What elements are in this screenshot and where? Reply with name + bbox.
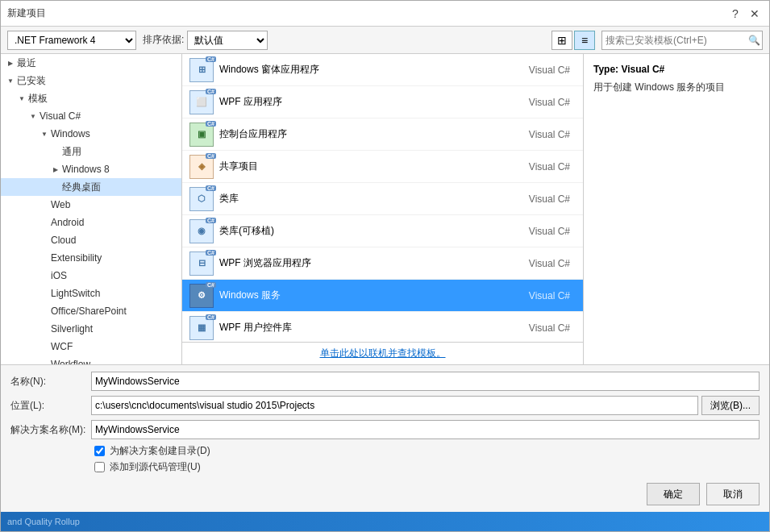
template-type-wpf_control: Visual C# xyxy=(529,322,570,334)
tree-item-tongyong[interactable]: 通用 xyxy=(1,143,181,160)
tree-item-lightswitch[interactable]: LightSwitch xyxy=(1,285,181,302)
tree-label-ios: iOS xyxy=(51,270,67,281)
template-item-wpf_browser[interactable]: ⊟ C# WPF 浏览器应用程序Visual C# xyxy=(182,247,583,280)
tree-item-wcf[interactable]: WCF xyxy=(1,338,181,355)
template-name-shared_project: 共享项目 xyxy=(219,160,529,173)
template-type-shared_project: Visual C# xyxy=(529,161,570,172)
template-icon-class_lib: ⬡ C# xyxy=(189,186,214,212)
template-item-class_lib_portable[interactable]: ◉ C# 类库(可移植)Visual C# xyxy=(182,215,583,247)
create-directory-checkbox[interactable] xyxy=(94,446,105,456)
tree-item-web[interactable]: Web xyxy=(1,196,181,214)
tree-item-installed[interactable]: ▼已安装 xyxy=(1,72,181,89)
background-strip: and Quality Rollup xyxy=(1,512,769,531)
name-row: 名称(N): xyxy=(10,372,760,391)
type-label: Type: Visual C# xyxy=(593,64,760,75)
tree-arrow-lightswitch xyxy=(38,287,51,300)
template-icon-class_lib_portable: ◉ C# xyxy=(189,218,214,244)
tree-arrow-silverlight xyxy=(38,322,51,335)
search-icon[interactable]: 🔍 xyxy=(746,31,762,49)
checkbox2-row: 添加到源代码管理(U) xyxy=(91,460,210,474)
search-box: 🔍 xyxy=(601,31,763,50)
tree-arrow-web xyxy=(38,198,51,211)
solution-row: 解决方案名称(M): xyxy=(10,420,760,439)
add-source-control-checkbox[interactable] xyxy=(94,462,105,472)
template-name-wpf_browser: WPF 浏览器应用程序 xyxy=(219,256,529,270)
tree-label-lightswitch: LightSwitch xyxy=(51,288,100,299)
template-type-console_app: Visual C# xyxy=(529,129,570,140)
tree-arrow-ios xyxy=(38,269,51,282)
tree-item-office_sharepoint[interactable]: Office/SharePoint xyxy=(1,302,181,320)
tree-item-windows8[interactable]: ▶Windows 8 xyxy=(1,160,181,178)
action-buttons: 确定 取消 xyxy=(10,483,760,505)
template-name-class_lib_portable: 类库(可移植) xyxy=(219,224,529,238)
dialog-title: 新建项目 xyxy=(7,6,46,20)
location-label: 位置(L): xyxy=(10,399,91,413)
tree-label-workflow: Workflow xyxy=(51,359,90,364)
template-item-class_lib[interactable]: ⬡ C# 类库Visual C# xyxy=(182,183,583,215)
search-input[interactable] xyxy=(602,31,746,49)
template-name-class_lib: 类库 xyxy=(219,192,529,206)
sort-label: 排序依据: xyxy=(143,33,184,47)
content-area: ▶最近▼已安装▼模板▼Visual C#▼Windows通用▶Windows 8… xyxy=(1,54,769,364)
template-name-windows_forms: Windows 窗体应用程序 xyxy=(219,63,529,77)
tree-label-windows8: Windows 8 xyxy=(62,164,110,175)
solution-input[interactable] xyxy=(91,420,760,439)
tree-item-cloud[interactable]: Cloud xyxy=(1,231,181,249)
template-name-console_app: 控制台应用程序 xyxy=(219,127,529,141)
template-type-class_lib: Visual C# xyxy=(529,193,570,205)
template-item-wpf_app[interactable]: ⬜ C# WPF 应用程序Visual C# xyxy=(182,86,583,118)
tree-arrow-android xyxy=(38,216,51,229)
title-bar: 新建项目 ? ✕ xyxy=(1,1,769,27)
ok-button[interactable]: 确定 xyxy=(647,483,700,505)
template-item-console_app[interactable]: ▣ C# 控制台应用程序Visual C# xyxy=(182,118,583,151)
help-button[interactable]: ? xyxy=(727,6,743,22)
tree-arrow-wcf xyxy=(38,340,51,353)
template-item-windows_service[interactable]: ⚙ C# Windows 服务Visual C# xyxy=(182,280,583,312)
framework-select[interactable]: .NET Framework 4 xyxy=(7,31,136,50)
title-bar-buttons: ? ✕ xyxy=(727,6,763,22)
checkbox2-label: 添加到源代码管理(U) xyxy=(110,460,201,474)
browse-button[interactable]: 浏览(B)... xyxy=(701,396,760,415)
checkbox1-label: 为解决方案创建目录(D) xyxy=(110,444,210,458)
location-field-group: 浏览(B)... xyxy=(91,396,760,415)
name-label: 名称(N): xyxy=(10,375,91,389)
description-text: 用于创建 Windows 服务的项目 xyxy=(593,80,760,94)
template-icon-shared_project: ◈ C# xyxy=(189,154,214,180)
tree-arrow-extensibility xyxy=(38,251,51,264)
template-icon-wpf_browser: ⊟ C# xyxy=(189,251,214,276)
tree-arrow-jingdian xyxy=(49,181,62,193)
tree-label-cloud: Cloud xyxy=(51,235,76,246)
tree-item-jingdian[interactable]: 经典桌面 xyxy=(1,178,181,196)
name-input[interactable] xyxy=(91,372,760,391)
template-item-wpf_control[interactable]: ▦ C# WPF 用户控件库Visual C# xyxy=(182,312,583,342)
tree-item-workflow[interactable]: Workflow xyxy=(1,355,181,364)
grid-view-button[interactable]: ⊞ xyxy=(551,31,572,50)
solution-label: 解决方案名称(M): xyxy=(10,423,91,437)
template-item-shared_project[interactable]: ◈ C# 共享项目Visual C# xyxy=(182,151,583,183)
tree-label-silverlight: Silverlight xyxy=(51,323,93,335)
close-button[interactable]: ✕ xyxy=(747,6,763,22)
checkbox1-row: 为解决方案创建目录(D) xyxy=(91,444,210,458)
sort-select[interactable]: 默认值 xyxy=(187,31,268,50)
tree-item-silverlight[interactable]: Silverlight xyxy=(1,320,181,338)
tree-arrow-windows: ▼ xyxy=(38,127,51,140)
tree-label-jingdian: 经典桌面 xyxy=(62,181,101,194)
tree-item-windows[interactable]: ▼Windows xyxy=(1,125,181,143)
tree-item-templates[interactable]: ▼模板 xyxy=(1,89,181,107)
list-view-button[interactable]: ≡ xyxy=(574,31,595,50)
tree-item-recent[interactable]: ▶最近 xyxy=(1,54,181,72)
tree-item-ios[interactable]: iOS xyxy=(1,267,181,285)
template-name-windows_service: Windows 服务 xyxy=(219,289,529,302)
tree-item-android[interactable]: Android xyxy=(1,214,181,231)
tree-label-android: Android xyxy=(51,217,84,228)
tree-item-extensibility[interactable]: Extensibility xyxy=(1,249,181,267)
online-link[interactable]: 单击此处以联机并查找模板。 xyxy=(320,347,446,360)
tree-item-visual_csharp[interactable]: ▼Visual C# xyxy=(1,107,181,125)
template-icon-wpf_control: ▦ C# xyxy=(189,315,214,341)
location-input[interactable] xyxy=(91,396,698,415)
view-buttons: ⊞ ≡ xyxy=(551,31,595,50)
tree-label-office_sharepoint: Office/SharePoint xyxy=(51,305,127,317)
cancel-button[interactable]: 取消 xyxy=(706,483,760,505)
template-type-windows_service: Visual C# xyxy=(529,290,570,301)
template-item-windows_forms[interactable]: ⊞ C# Windows 窗体应用程序Visual C# xyxy=(182,54,583,86)
